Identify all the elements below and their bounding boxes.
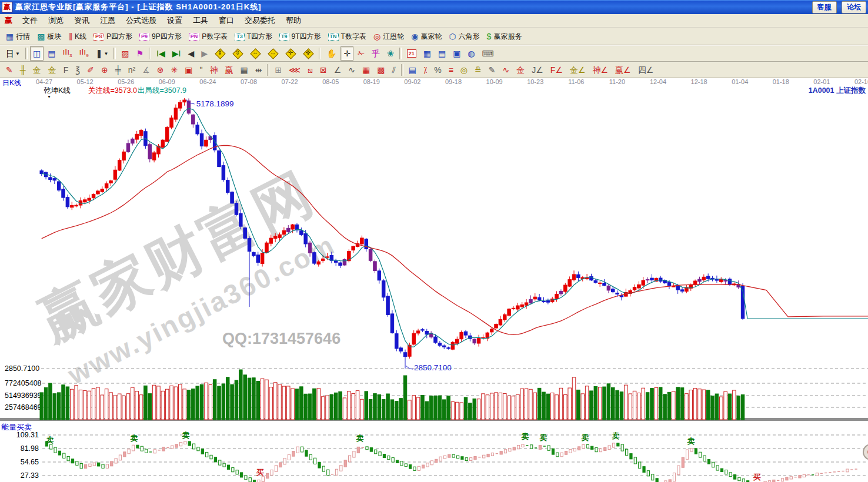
t-number-table-button[interactable]: TNT数字表 <box>325 29 369 43</box>
support-button[interactable]: 客服 <box>812 1 837 14</box>
pattern-tool-button[interactable]: ❀ <box>384 46 397 61</box>
period-day-dropdown-button[interactable]: 日▼ <box>3 46 23 61</box>
v-lines-button[interactable]: ∿ <box>345 63 358 77</box>
prev-bar-button[interactable]: ◀ <box>185 46 197 61</box>
percent-button[interactable]: % <box>431 63 444 77</box>
measure-tool-button[interactable]: ✁ <box>355 46 368 61</box>
oscillator-bar <box>639 462 641 468</box>
grid-tool-button[interactable]: ╫ <box>17 63 29 77</box>
comb-tool-button[interactable]: ╪ <box>112 63 124 77</box>
web-save-button[interactable]: ◍ <box>465 46 478 61</box>
9p-square-button[interactable]: P99P四方形 <box>136 29 185 43</box>
menu-item-浏览[interactable]: 浏览 <box>43 16 69 25</box>
gold-grid-1-button[interactable]: 金 <box>30 63 44 77</box>
zoom-out-button[interactable]: ✜ <box>300 46 316 61</box>
menu-item-资讯[interactable]: 资讯 <box>69 16 95 25</box>
target-circle-button[interactable]: ⊛ <box>154 63 167 77</box>
box-tool-button[interactable]: ⊞ <box>272 63 285 77</box>
kline-view-button[interactable]: ▨ <box>118 46 132 61</box>
ruler-grid-button[interactable]: ▦ <box>237 63 251 77</box>
slash-lines-button[interactable]: ⫽ <box>389 63 398 77</box>
menu-item-工具[interactable]: 工具 <box>188 16 213 25</box>
red-grid-1-button[interactable]: ▦ <box>359 63 373 77</box>
menu-item-窗口[interactable]: 窗口 <box>213 16 239 25</box>
bars-3-button[interactable]: ıIı3 <box>59 46 75 61</box>
angle-tool-button[interactable]: ∡ <box>139 63 153 77</box>
9t-square-button[interactable]: T99T四方形 <box>276 29 324 43</box>
save-button[interactable]: ▣ <box>450 46 463 61</box>
wave-tool-button[interactable]: ∿ <box>500 63 513 77</box>
last-bar-button[interactable]: ▶I <box>169 46 184 61</box>
spiral-tool-button[interactable]: ℥ <box>72 63 83 77</box>
crosshair-tool-button[interactable]: ✛ <box>340 46 353 61</box>
gold-mark-button[interactable]: 金 <box>513 63 528 77</box>
p-square-button[interactable]: PSP四方形 <box>91 29 135 43</box>
gann-wheel-button[interactable]: ◎江恩轮 <box>370 29 407 43</box>
width-measure-button[interactable]: ⇹ <box>252 63 265 77</box>
menu-item-公式选股[interactable]: 公式选股 <box>121 16 162 25</box>
square-number-button[interactable]: n² <box>125 63 138 77</box>
p-number-table-button[interactable]: PNP数字表 <box>186 29 231 43</box>
next-bar-button[interactable]: ▶ <box>198 46 211 61</box>
angle-win-button[interactable]: 赢∠ <box>612 63 634 77</box>
winner-wheel-button[interactable]: ◉赢家轮 <box>408 29 445 43</box>
zoom-vertical-button[interactable]: ⇕ <box>212 46 228 61</box>
menu-item-设置[interactable]: 设置 <box>162 16 188 25</box>
wheel-tool-button[interactable]: ⊕ <box>98 63 111 77</box>
win-grid-button[interactable]: 赢 <box>222 63 236 77</box>
forum-button[interactable]: 论坛 <box>842 1 866 14</box>
remote-pc-button[interactable]: ⌨ <box>479 46 497 61</box>
red-grid-2-button[interactable]: ▩ <box>374 63 388 77</box>
hand-tool-button[interactable]: ✋ <box>323 46 339 61</box>
winner-service-button[interactable]: $赢家服务 <box>484 29 525 43</box>
bars-9-button[interactable]: ıIı9 <box>76 46 92 61</box>
menu-item-文件[interactable]: 文件 <box>17 16 43 25</box>
menu-item-帮助[interactable]: 帮助 <box>281 16 306 25</box>
tick-lines-button[interactable]: ʺ <box>196 63 205 77</box>
menu-item-交易委托[interactable]: 交易委托 <box>239 16 281 25</box>
star-circle-button[interactable]: ✳ <box>168 63 181 77</box>
info-panel-button[interactable]: ▤ <box>45 46 58 61</box>
calendar-button[interactable]: 21 <box>404 46 419 61</box>
stretch-horizontal-button[interactable]: ↔ <box>265 46 281 61</box>
zoom-in-button[interactable]: ✛ <box>282 46 299 61</box>
draw-pen-2-button[interactable]: ✐ <box>84 63 97 77</box>
menu-item-江恩[interactable]: 江恩 <box>95 16 121 25</box>
shen-grid-button[interactable]: 神 <box>206 63 221 77</box>
notepad-button[interactable]: ▤ <box>435 46 449 61</box>
gold-lines-button[interactable]: ≞ <box>472 63 485 77</box>
calculator-button[interactable]: ▦ <box>420 46 434 61</box>
fan-lines-button[interactable]: ⋘ <box>286 63 303 77</box>
t-square-button[interactable]: T3T四方形 <box>232 29 275 43</box>
sectors-button[interactable]: ▩板块 <box>34 29 64 43</box>
kline-chart-canvas[interactable]: 04-2705-1205-2606-0906-2407-0807-2208-05… <box>0 78 868 482</box>
percent-lines-button[interactable]: ≡ <box>446 63 456 77</box>
flag-marker-button[interactable]: ⚑ <box>133 46 147 61</box>
kline-button[interactable]: ⫼K线 <box>65 29 89 43</box>
gold-grid-2-button[interactable]: 金 <box>45 63 59 77</box>
stretch-vertical-button[interactable]: ⇳ <box>229 46 246 61</box>
angle-j-button[interactable]: J∠ <box>529 63 546 77</box>
gold-circle-button[interactable]: ◎ <box>458 63 470 77</box>
list-panel-button[interactable]: ▤ <box>406 63 419 77</box>
quotes-button[interactable]: ▦行情 <box>3 29 33 43</box>
draw-pen-button[interactable]: ✎ <box>3 63 16 77</box>
window-layout-button[interactable]: ◫ <box>30 46 44 61</box>
hexagon-button[interactable]: ⬡六角形 <box>446 29 482 43</box>
angle-f-button[interactable]: F∠ <box>547 63 566 77</box>
angle-lines-button[interactable]: ∠ <box>331 63 345 77</box>
f-grid-button[interactable]: F <box>61 63 72 77</box>
zoom-horizontal-button[interactable]: ⇔ <box>247 46 263 61</box>
pen-3-button[interactable]: ✎ <box>486 63 499 77</box>
edge-logo-circle[interactable] <box>863 444 868 460</box>
distribution-tool-button[interactable]: 乎 <box>369 46 383 61</box>
square-target-button[interactable]: ▣ <box>182 63 195 77</box>
box-fan-1-button[interactable]: ⧅ <box>305 63 316 77</box>
percent-7-button[interactable]: ⁒ <box>420 63 430 77</box>
box-fan-2-button[interactable]: ⊠ <box>317 63 330 77</box>
angle-four-button[interactable]: 四∠ <box>635 63 657 77</box>
angle-shen-button[interactable]: 神∠ <box>590 63 612 77</box>
candle-style-dropdown-button[interactable]: ❚▼ <box>93 46 112 61</box>
angle-gold-button[interactable]: 金∠ <box>567 63 589 77</box>
first-bar-button[interactable]: I◀ <box>153 46 168 61</box>
